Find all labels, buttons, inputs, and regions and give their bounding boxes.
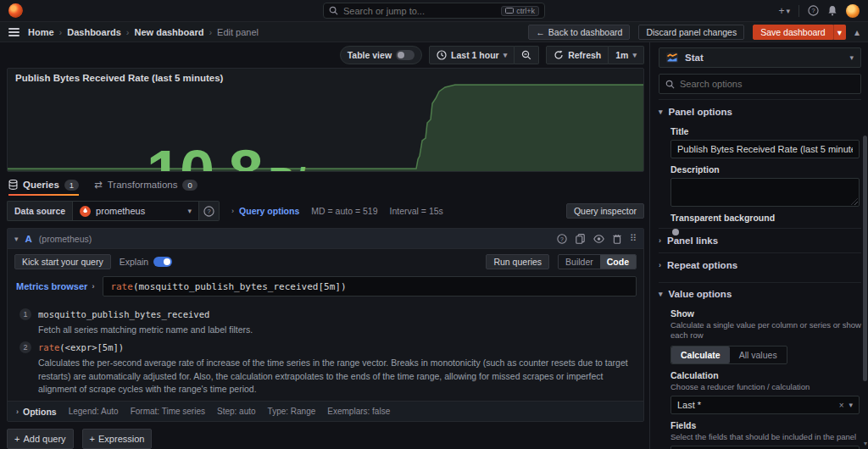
chevron-down-icon[interactable]: ▾ [14,235,19,243]
title-field-label: Title [670,126,861,136]
tab-queries[interactable]: Queries 1 [8,179,79,196]
explain-label: Explain [120,257,148,267]
explain-item: 1 mosquitto_publish_bytes_received Fetch… [19,308,637,336]
visualization-picker[interactable]: Stat ▾ [659,47,861,68]
chevron-right-icon: › [659,236,661,245]
value-options-section-header[interactable]: ▾ Value options [659,282,861,302]
arrow-left-icon: ← [536,27,545,37]
show-calculate-option[interactable]: Calculate [671,346,730,363]
breadcrumb-separator-icon: › [59,27,63,37]
refresh-button[interactable]: Refresh [546,46,609,64]
tab-transformations[interactable]: ⇄ Transformations 0 [94,179,198,196]
eye-icon[interactable] [593,235,604,243]
breadcrumb-new-dashboard[interactable]: New dashboard [134,27,203,37]
discard-panel-changes-button[interactable]: Discard panel changes [638,25,744,40]
promql-input[interactable]: rate(mosquitto_publish_bytes_received[5m… [103,276,637,297]
max-data-points-stat: MD = auto = 519 [311,206,377,216]
caret-down-icon: ▾ [849,401,853,410]
trash-icon[interactable] [613,234,621,244]
prometheus-icon [80,206,91,217]
step-number-badge: 2 [19,341,31,353]
builder-mode-button[interactable]: Builder [559,255,600,269]
options-search-input[interactable] [680,79,854,89]
query-inspector-button[interactable]: Query inspector [566,203,644,219]
query-options-row: › Query options MD = auto = 519 Interval… [231,206,566,216]
back-to-dashboard-button[interactable]: ←Back to dashboard [528,25,630,40]
keyboard-shortcut-badge: ctrl+k [501,6,539,16]
keyboard-icon [505,8,514,14]
refresh-interval-picker[interactable]: 1m ▾ [609,46,644,64]
resize-handle[interactable] [851,198,858,205]
clear-icon[interactable]: × [839,401,844,410]
calculation-select[interactable]: Last * ×▾ [670,396,860,414]
calculation-field-desc: Choose a reducer function / calculation [670,382,861,392]
stat-panel[interactable]: Publish Bytes Received Rate (last 5 minu… [7,68,644,172]
panel-toolbar: Table view Last 1 hour ▾ [7,46,644,64]
breadcrumb-separator-icon: › [126,27,130,37]
caret-down-icon: ▾ [837,27,842,37]
breadcrumb-home[interactable]: Home [28,27,54,37]
table-view-switch[interactable] [396,50,415,60]
query-ref-id: A [25,234,32,244]
search-bar[interactable]: ctrl+k [323,3,545,19]
add-query-button[interactable]: +Add query [7,429,74,449]
stat-value: 10.8B/s [8,141,465,172]
topnav-right: +▾ ? [552,4,860,18]
duplicate-icon[interactable] [576,234,585,244]
add-expression-button[interactable]: +Expression [82,429,153,449]
new-dropdown-button[interactable]: +▾ [778,5,790,17]
queries-count-badge: 1 [64,180,79,191]
query-options-summary: › Options Legend: Auto Format: Time seri… [8,401,643,421]
repeat-options-section-header[interactable]: › Repeat options [659,252,861,277]
panel-title-input[interactable] [677,144,853,154]
help-icon[interactable]: ? [808,5,819,16]
options-sidebar: Stat ▾ ▾ Panel options Title Description… [649,42,868,449]
explain-toggle[interactable] [153,257,172,267]
notifications-bell-icon[interactable] [827,5,837,16]
options-toggle[interactable]: › Options [16,407,57,417]
left-column: Table view Last 1 hour ▾ [0,42,649,449]
collapse-options-pane-icon[interactable]: ▴ [854,26,860,38]
query-options-toggle[interactable]: Query options [239,206,299,216]
drag-handle-icon[interactable]: ⠿ [630,233,637,244]
caret-down-icon: ▾ [504,51,508,59]
caret-down-icon: ▾ [188,207,192,215]
explain-section: 1 mosquitto_publish_bytes_received Fetch… [8,302,643,401]
datasource-help-button[interactable]: ? [199,201,220,221]
kick-start-query-button[interactable]: Kick start your query [14,254,111,269]
info-circle-icon[interactable]: ? [557,234,567,244]
grafana-logo-icon[interactable] [8,3,23,18]
title-input-wrap [670,140,860,158]
query-editor-card: ▾ A (prometheus) ? ⠿ Kick start your que… [7,228,644,422]
show-all-values-option[interactable]: All values [730,346,787,363]
user-avatar[interactable] [846,4,860,18]
transparent-background-label: Transparent background [670,213,861,223]
builder-code-switch: Builder Code [558,254,637,269]
options-search[interactable] [659,74,861,94]
save-dashboard-button[interactable]: Save dashboard [753,25,832,40]
sidebar-scrollbar[interactable] [863,136,867,381]
query-row-header[interactable]: ▾ A (prometheus) ? ⠿ [8,229,643,249]
zoom-out-button[interactable] [515,46,539,64]
hamburger-menu-icon[interactable] [8,28,19,36]
query-datasource-hint: (prometheus) [39,234,550,244]
metrics-browser-toggle[interactable]: Metrics browser › [14,276,103,297]
show-field-desc: Calculate a single value per column or s… [670,320,861,341]
stat-viz-icon [666,53,678,63]
panel-options-section-header[interactable]: ▾ Panel options [659,99,861,120]
table-view-toggle[interactable]: Table view [340,46,422,64]
fields-select[interactable]: Numeric Fields ▾ [670,446,860,449]
time-range-picker[interactable]: Last 1 hour ▾ [429,46,515,64]
svg-text:?: ? [560,236,564,241]
breadcrumb-dashboards[interactable]: Dashboards [67,27,121,37]
description-textarea[interactable] [670,178,860,207]
datasource-select[interactable]: prometheus ▾ [72,201,199,221]
panel-links-section-header[interactable]: › Panel links [659,228,861,252]
run-queries-button[interactable]: Run queries [486,254,549,269]
code-mode-button[interactable]: Code [600,255,636,269]
search-input[interactable] [343,6,496,16]
top-nav: ctrl+k +▾ ? [0,0,868,22]
scrollbar-down-arrow-icon[interactable]: ▾ [864,440,867,447]
query-expression-editor: Metrics browser › rate(mosquitto_publish… [14,276,637,297]
save-dashboard-caret-button[interactable]: ▾ [833,25,846,40]
